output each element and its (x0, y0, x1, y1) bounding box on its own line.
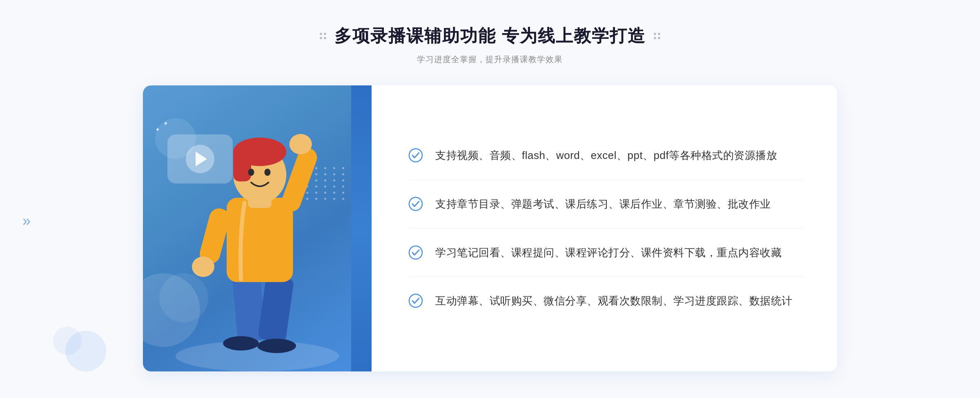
main-card: ✦ ✦ (143, 85, 837, 371)
left-decoration (320, 33, 326, 39)
svg-point-15 (192, 257, 214, 277)
page-subtitle: 学习进度全掌握，提升录播课教学效果 (320, 54, 660, 65)
illustration-area: ✦ ✦ (143, 85, 372, 371)
svg-point-19 (409, 294, 422, 307)
svg-rect-5 (227, 198, 293, 282)
check-icon-4 (408, 293, 423, 308)
content-area: 支持视频、音频、flash、word、excel、ppt、pdf等各种格式的资源… (372, 85, 837, 371)
feature-item-1: 支持视频、音频、flash、word、excel、ppt、pdf等各种格式的资源… (408, 132, 804, 180)
outer-circle-2 (53, 326, 82, 355)
check-icon-3 (408, 245, 423, 260)
svg-point-3 (223, 336, 259, 351)
check-icon-2 (408, 197, 423, 211)
svg-point-12 (248, 169, 254, 176)
double-arrow-left-icon: » (22, 212, 31, 230)
feature-text-2: 支持章节目录、弹题考试、课后练习、课后作业、章节测验、批改作业 (435, 196, 771, 213)
header-title-row: 多项录播课辅助功能 专为线上教学打造 (320, 25, 660, 47)
svg-point-17 (409, 197, 422, 210)
feature-item-3: 学习笔记回看、课程提问、课程评论打分、课件资料下载，重点内容收藏 (408, 229, 804, 277)
svg-point-4 (257, 339, 296, 353)
svg-point-16 (409, 149, 422, 162)
svg-rect-2 (258, 275, 294, 342)
feature-item-2: 支持章节目录、弹题考试、课后练习、课后作业、章节测验、批改作业 (408, 180, 804, 229)
svg-point-13 (265, 169, 271, 176)
feature-text-1: 支持视频、音频、flash、word、excel、ppt、pdf等各种格式的资源… (435, 147, 777, 164)
page-title: 多项录播课辅助功能 专为线上教学打造 (334, 25, 646, 47)
right-decoration (654, 33, 660, 39)
header-section: 多项录播课辅助功能 专为线上教学打造 学习进度全掌握，提升录播课教学效果 (320, 25, 660, 65)
feature-item-4: 互动弹幕、试听购买、微信分享、观看次数限制、学习进度跟踪、数据统计 (408, 277, 804, 325)
svg-point-18 (409, 246, 422, 259)
feature-text-4: 互动弹幕、试听购买、微信分享、观看次数限制、学习进度跟踪、数据统计 (435, 293, 793, 310)
feature-text-3: 学习笔记回看、课程提问、课程评论打分、课件资料下载，重点内容收藏 (435, 244, 782, 262)
page-container: » 多项录播课辅助功能 专为线上教学打造 学习进度全掌握，提升录播课教学效果 (0, 0, 980, 398)
check-icon-1 (408, 148, 423, 163)
svg-rect-11 (233, 146, 251, 182)
figure-illustration (143, 85, 372, 371)
svg-point-14 (290, 134, 312, 154)
